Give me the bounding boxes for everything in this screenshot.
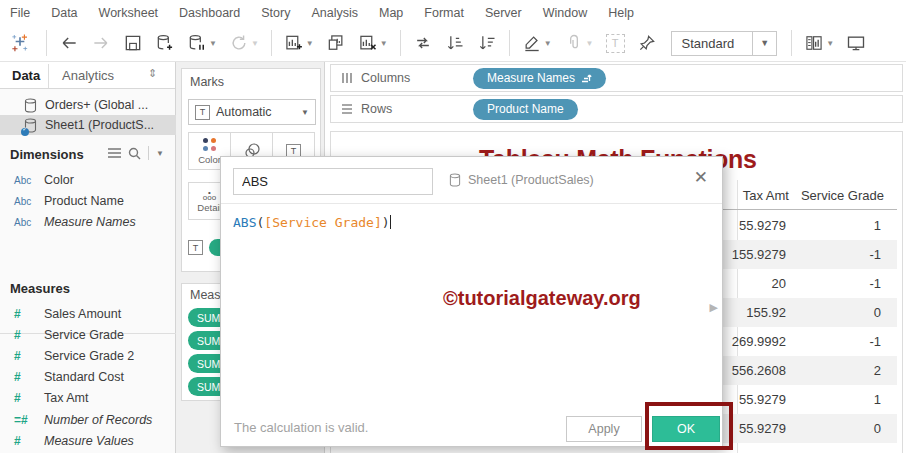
close-icon[interactable]: ✕ xyxy=(694,169,708,186)
tableau-logo-icon[interactable] xyxy=(0,28,40,58)
refresh-icon[interactable]: ▼ xyxy=(223,28,265,58)
dimension-measure-names[interactable]: Abc Measure Names xyxy=(0,212,176,232)
view-list-icon[interactable] xyxy=(108,147,121,159)
highlight-icon[interactable]: ▼ xyxy=(516,28,558,58)
sort-ascending-icon[interactable] xyxy=(439,28,471,58)
toolbar-separator xyxy=(791,30,792,56)
text-cursor xyxy=(390,215,391,229)
clear-sheet-icon[interactable]: ▼ xyxy=(352,28,394,58)
show-me-icon[interactable]: ▼ xyxy=(798,28,840,58)
number-type-icon: # xyxy=(14,370,44,384)
tab-data[interactable]: Data xyxy=(12,68,40,83)
cell-service-grade[interactable]: -1 xyxy=(869,247,881,262)
measure-service-grade-2[interactable]: # Service Grade 2 xyxy=(0,346,176,366)
cell-tax-amt[interactable]: 55.9279 xyxy=(739,218,786,233)
field-label: Tax Amt xyxy=(44,391,88,405)
cell-service-grade[interactable]: 0 xyxy=(874,421,881,436)
menu-data[interactable]: Data xyxy=(51,6,77,20)
field-label: Color xyxy=(44,173,74,187)
rows-shelf[interactable]: Rows Product Name xyxy=(330,95,903,123)
measure-tax-amt[interactable]: # Tax Amt xyxy=(0,388,176,408)
cell-tax-amt[interactable]: 55.9279 xyxy=(739,392,786,407)
cell-tax-amt[interactable]: 155.9279 xyxy=(732,247,786,262)
pane-collapse-icon[interactable]: ⇕ xyxy=(148,67,157,80)
cell-tax-amt[interactable]: 556.2608 xyxy=(732,363,786,378)
menu-server[interactable]: Server xyxy=(485,6,522,20)
menu-dashboard[interactable]: Dashboard xyxy=(179,6,240,20)
undo-icon[interactable] xyxy=(53,28,85,58)
text-mark-icon[interactable]: T xyxy=(188,240,203,255)
number-type-icon: # xyxy=(14,391,44,405)
cell-tax-amt[interactable]: 269.9992 xyxy=(732,334,786,349)
cell-service-grade[interactable]: -1 xyxy=(869,276,881,291)
fix-axes-icon[interactable] xyxy=(631,28,663,58)
show-mark-labels-icon[interactable]: T xyxy=(600,28,631,58)
group-members-icon[interactable]: ▼ xyxy=(558,28,600,58)
rows-pill-product-name[interactable]: Product Name xyxy=(473,99,578,120)
sort-descending-icon[interactable] xyxy=(471,28,503,58)
dialog-datasource-label: Sheet1 (ProductSales) xyxy=(468,173,594,187)
columns-label: Columns xyxy=(361,71,433,85)
measure-number-of-records[interactable]: =# Number of Records xyxy=(0,410,176,430)
new-worksheet-icon[interactable]: ▼ xyxy=(278,28,320,58)
save-icon[interactable] xyxy=(117,28,149,58)
dimensions-menu-caret-icon[interactable]: ▼ xyxy=(156,149,164,158)
string-type-icon: Abc xyxy=(14,196,44,207)
pause-updates-icon[interactable]: ▼ xyxy=(181,28,223,58)
watermark: ©tutorialgateway.org xyxy=(443,287,641,310)
menu-analysis[interactable]: Analysis xyxy=(311,6,358,20)
toolbar-separator xyxy=(400,30,401,56)
calculation-name-input[interactable] xyxy=(233,168,433,195)
number-type-icon: # xyxy=(14,434,44,448)
dimension-color[interactable]: Abc Color xyxy=(0,170,176,190)
field-label: Product Name xyxy=(44,194,124,208)
swap-axes-icon[interactable] xyxy=(407,28,439,58)
ok-button[interactable]: OK xyxy=(652,416,720,442)
detail-icon: •ooo xyxy=(203,190,216,200)
field-label: Measure Values xyxy=(44,434,134,448)
pill-label: SUM xyxy=(197,358,220,370)
column-header-tax-amt[interactable]: Tax Amt xyxy=(743,188,789,203)
toolbar: ▼ ▼ ▼ ▼ ▼ xyxy=(0,25,906,62)
menu-map[interactable]: Map xyxy=(379,6,403,20)
column-header-service-grade[interactable]: Service Grade xyxy=(801,188,884,203)
cell-tax-amt[interactable]: 20 xyxy=(772,276,786,291)
search-icon[interactable] xyxy=(128,147,141,160)
columns-pill-measure-names[interactable]: Measure Names xyxy=(473,68,606,89)
view-mode-select[interactable]: Standard ▼ xyxy=(671,31,778,56)
menu-story[interactable]: Story xyxy=(261,6,290,20)
new-datasource-icon[interactable] xyxy=(149,28,181,58)
cell-service-grade[interactable]: 0 xyxy=(874,305,881,320)
cell-tax-amt[interactable]: 155.92 xyxy=(746,305,786,320)
tab-analytics[interactable]: Analytics xyxy=(62,68,114,83)
measure-measure-values[interactable]: # Measure Values xyxy=(0,431,176,451)
datasource-sheet1[interactable]: Sheet1 (ProductS... xyxy=(0,115,176,135)
measure-sales-amount[interactable]: # Sales Amount xyxy=(0,304,176,324)
redo-icon[interactable] xyxy=(85,28,117,58)
dimension-product-name[interactable]: Abc Product Name xyxy=(0,191,176,211)
cell-service-grade[interactable]: 1 xyxy=(874,218,881,233)
menu-help[interactable]: Help xyxy=(608,6,634,20)
toolbar-separator xyxy=(271,30,272,56)
cell-tax-amt[interactable]: 55.9279 xyxy=(739,421,786,436)
formula-editor[interactable]: ABS([Service Grade]) xyxy=(233,215,391,230)
cell-service-grade[interactable]: 2 xyxy=(874,363,881,378)
menu-window[interactable]: Window xyxy=(543,6,587,20)
menu-worksheet[interactable]: Worksheet xyxy=(99,6,159,20)
measure-standard-cost[interactable]: # Standard Cost xyxy=(0,367,176,387)
mark-type-dropdown[interactable]: T Automatic ▼ xyxy=(188,99,316,125)
datasource-orders[interactable]: Orders+ (Global ... xyxy=(0,95,176,115)
expand-functions-arrow-icon[interactable]: ▶ xyxy=(710,301,718,314)
cell-service-grade[interactable]: 1 xyxy=(874,392,881,407)
duplicate-sheet-icon[interactable] xyxy=(320,28,352,58)
view-mode-caret-icon[interactable]: ▼ xyxy=(752,31,776,56)
menu-file[interactable]: File xyxy=(10,6,30,20)
columns-shelf[interactable]: Columns Measure Names xyxy=(330,64,903,92)
cell-service-grade[interactable]: -1 xyxy=(869,334,881,349)
menu-format[interactable]: Format xyxy=(424,6,464,20)
view-mode-value: Standard xyxy=(672,36,753,51)
rows-icon xyxy=(341,103,353,115)
apply-button[interactable]: Apply xyxy=(566,416,642,442)
measure-service-grade[interactable]: # Service Grade xyxy=(0,325,176,345)
presentation-mode-icon[interactable] xyxy=(840,28,872,58)
